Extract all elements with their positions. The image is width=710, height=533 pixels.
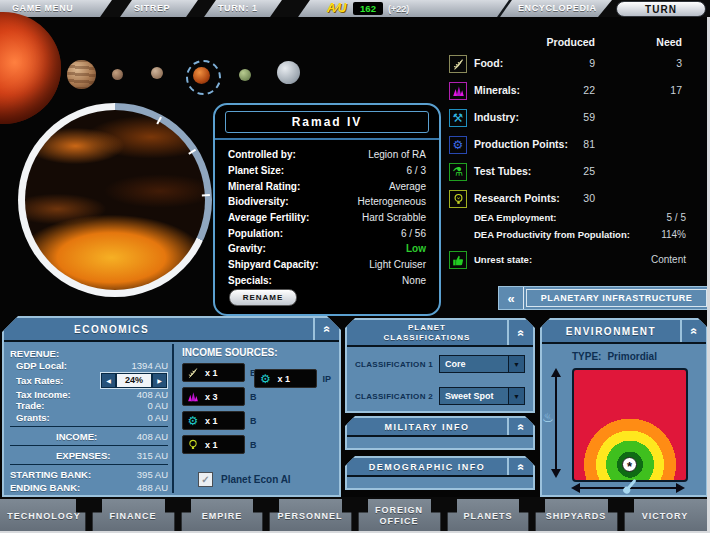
economics-body: REVENUE: GDP Local: 1394 AU Tax Rates: ◀…	[4, 342, 339, 495]
collapse-military-button[interactable]: «	[507, 418, 533, 435]
treasury-delta: (+22)	[388, 4, 409, 14]
revenue-label: REVENUE:	[10, 348, 59, 359]
tax-increase-button[interactable]: ▶	[152, 373, 167, 388]
encyclopedia-button[interactable]: ENCYCLOPEDIA	[518, 3, 597, 13]
unit: IP	[322, 374, 331, 384]
grants-label: Grants:	[16, 412, 50, 423]
multiplier: x 1	[205, 416, 218, 426]
environment-title: ENVIRONMENT	[542, 326, 680, 337]
demographic-info-panel: DEMOGRAPHIC INFO «	[345, 456, 535, 490]
dea-row: DEA Employment: 5 / 5	[0, 212, 710, 226]
tab-planets[interactable]: PLANETS	[444, 499, 532, 533]
resource-need: 17	[632, 84, 682, 96]
classifications-title: PLANET CLASSIFICATIONS	[347, 323, 507, 343]
classification-2-label: CLASSIFICATION 2	[355, 392, 439, 401]
habitability-chart: *	[572, 368, 688, 482]
resource-produced: 9	[545, 57, 595, 69]
income-source-item: x 1 B	[182, 435, 333, 454]
gdp-value: 1394 AU	[132, 360, 168, 371]
dea-value: 5 / 5	[616, 212, 686, 223]
sitrep-button[interactable]: SITREP	[134, 3, 170, 13]
economics-panel: ECONOMICS « REVENUE: GDP Local: 1394 AU …	[2, 316, 341, 497]
axis-arrow	[571, 483, 580, 493]
collapse-economics-button[interactable]: «	[313, 318, 339, 340]
rename-button[interactable]: RENAME	[229, 289, 297, 306]
divider	[10, 426, 168, 427]
classification-1-dropdown[interactable]: Core ▼	[439, 355, 525, 373]
axis-arrow	[551, 368, 561, 377]
expenses-label: EXPENSES:	[56, 450, 110, 461]
env-marker-icon: *	[622, 457, 637, 472]
thumbs-up-icon	[449, 251, 467, 269]
tax-rates-label: Tax Rates:	[16, 375, 63, 386]
dropdown-arrow-icon[interactable]: ▼	[508, 356, 524, 372]
end-turn-button[interactable]: TURN	[616, 1, 706, 17]
tax-rate-spinner: ◀ 24% ▶	[100, 372, 168, 389]
collapse-classifications-button[interactable]: «	[507, 320, 533, 345]
income-sources-title: INCOME SOURCES:	[182, 347, 333, 358]
tab-shipyards[interactable]: SHIPYARDS	[532, 499, 620, 533]
demographic-info-header[interactable]: DEMOGRAPHIC INFO «	[347, 458, 533, 475]
revenue-column: REVENUE: GDP Local: 1394 AU Tax Rates: ◀…	[10, 347, 168, 494]
collapse-demographic-button[interactable]: «	[507, 458, 533, 475]
planetary-infrastructure-button[interactable]: « PLANETARY INFRASTRUCTURE	[498, 286, 710, 310]
dea-value: 114%	[616, 229, 686, 240]
economics-header: ECONOMICS «	[4, 318, 339, 340]
bottom-tab-bar: TECHNOLOGY FINANCE EMPIRE PERSONNEL FORE…	[0, 497, 710, 533]
tab-personnel[interactable]: PERSONNEL	[266, 499, 354, 533]
classifications-panel: PLANET CLASSIFICATIONS « CLASSIFICATION …	[345, 318, 535, 413]
stat-value: None	[402, 275, 426, 286]
military-info-title: MILITARY INFO	[347, 422, 507, 432]
starting-bank-label: STARTING BANK:	[10, 469, 91, 480]
game-menu-button[interactable]: GAME MENU	[12, 3, 73, 13]
classifications-body: CLASSIFICATION 1 Core ▼ CLASSIFICATION 2…	[347, 347, 533, 411]
income-sources-column: INCOME SOURCES: x 1 B	[182, 347, 333, 491]
unrest-label: Unrest state:	[474, 254, 532, 265]
unrest-row: Unrest state: Content	[0, 251, 710, 269]
tax-decrease-button[interactable]: ◀	[101, 373, 116, 388]
tab-technology[interactable]: TECHNOLOGY	[0, 499, 88, 533]
military-info-header[interactable]: MILITARY INFO «	[347, 418, 533, 435]
test-tubes-icon: ⚗	[449, 163, 467, 181]
turn-counter: TURN: 1	[218, 3, 258, 13]
moisture-axis	[555, 376, 557, 470]
tab-foreign-office[interactable]: FOREIGN OFFICE	[355, 499, 443, 533]
resource-label: Industry:	[474, 111, 519, 123]
back-chevron-icon: «	[499, 287, 524, 309]
multiplier: x 1	[277, 374, 290, 384]
dea-label: DEA Productivity from Population:	[474, 229, 630, 240]
factory-icon: ⚙	[186, 414, 200, 428]
minerals-icon	[449, 82, 467, 100]
dropdown-arrow-icon[interactable]: ▼	[508, 388, 524, 404]
classification-row: CLASSIFICATION 2 Sweet Spot ▼	[355, 387, 525, 405]
planet-econ-ai-label: Planet Econ AI	[221, 474, 291, 485]
income-source-item: ⚙ x 1 B	[182, 411, 333, 430]
tab-victory[interactable]: VICTORY	[621, 499, 709, 533]
classification-2-dropdown[interactable]: Sweet Spot ▼	[439, 387, 525, 405]
planet-econ-ai-row[interactable]: ✓ Planet Econ AI	[198, 472, 291, 487]
classifications-header: PLANET CLASSIFICATIONS «	[347, 320, 533, 345]
classification-row: CLASSIFICATION 1 Core ▼	[355, 355, 525, 373]
environment-type-label: TYPE:	[572, 351, 601, 362]
divider	[10, 445, 168, 446]
classification-1-label: CLASSIFICATION 1	[355, 360, 439, 369]
demographic-info-body	[347, 477, 533, 488]
checkbox-check-icon: ✓	[201, 474, 209, 485]
bar-divider	[270, 0, 310, 17]
au-currency-icon: A⁄U	[327, 1, 346, 15]
trade-label: Trade:	[16, 400, 45, 411]
planet-econ-ai-checkbox[interactable]: ✓	[198, 472, 213, 487]
ending-bank-value: 488 AU	[137, 482, 168, 493]
tab-empire[interactable]: EMPIRE	[178, 499, 266, 533]
resource-produced: 22	[545, 84, 595, 96]
collapse-environment-button[interactable]: «	[680, 320, 706, 342]
expenses-value: 315 AU	[137, 450, 168, 461]
tab-finance[interactable]: FINANCE	[89, 499, 177, 533]
steam-icon: ♨	[542, 410, 554, 425]
axis-arrow	[676, 483, 685, 493]
resource-row: Research Points: 30	[0, 190, 710, 208]
bar-divider	[186, 0, 216, 17]
resource-produced: 30	[545, 192, 595, 204]
income-label: INCOME:	[56, 431, 97, 442]
classification-1-value: Core	[440, 356, 508, 372]
